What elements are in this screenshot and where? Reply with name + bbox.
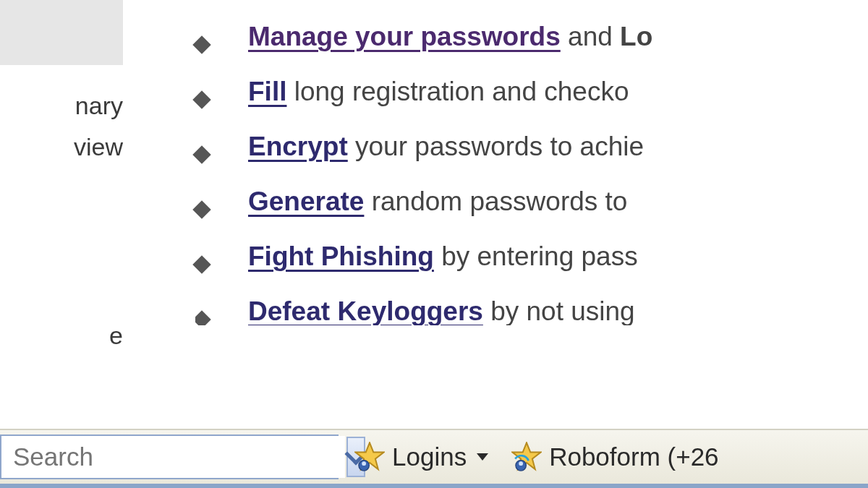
feature-text-wrap: Defeat Keyloggers by not using (248, 296, 635, 325)
main-content: Manage your passwords and Lo Fill long r… (123, 0, 868, 488)
feature-text: random passwords to (372, 187, 628, 216)
sidebar-item-label: nary (0, 87, 123, 124)
feature-text-wrap: Generate random passwords to (248, 187, 627, 217)
logins-label: Logins (392, 442, 467, 471)
search-input[interactable] (1, 436, 345, 478)
feature-item: Defeat Keyloggers by not using (195, 296, 868, 325)
svg-point-2 (362, 461, 366, 466)
svg-point-5 (519, 461, 523, 466)
feature-item: Fill long registration and checko (195, 77, 868, 107)
sidebar-item-label: view (0, 129, 123, 166)
search-combo[interactable] (0, 435, 339, 479)
feature-link-defeat-keyloggers[interactable]: Defeat Keyloggers (248, 296, 483, 325)
roboform-button[interactable]: Roboform (+26 (504, 435, 726, 479)
feature-tail: Lo (620, 22, 652, 51)
sidebar-item-label: e (109, 317, 123, 354)
sidebar: nary view e (0, 0, 123, 488)
feature-text-wrap: Manage your passwords and Lo (248, 22, 652, 52)
diamond-bullet-icon (192, 145, 210, 163)
diamond-bullet-icon (192, 200, 210, 218)
feature-list: Manage your passwords and Lo Fill long r… (195, 22, 868, 325)
sidebar-item[interactable] (0, 0, 123, 65)
dropdown-triangle-icon (477, 453, 488, 461)
feature-link-encrypt[interactable]: Encrypt (248, 132, 348, 161)
diamond-bullet-icon (192, 35, 210, 53)
diamond-bullet-icon (192, 255, 210, 273)
feature-text: and (568, 22, 620, 51)
roboform-label: Roboform (+26 (549, 442, 718, 471)
feature-link-manage-passwords[interactable]: Manage your passwords (248, 22, 561, 51)
sidebar-item[interactable]: e (0, 275, 123, 369)
feature-link-fight-phishing[interactable]: Fight Phishing (248, 241, 434, 271)
feature-text-wrap: Fight Phishing by entering pass (248, 241, 638, 272)
sidebar-item[interactable] (0, 188, 123, 275)
star-person-icon (511, 442, 542, 472)
feature-item: Encrypt your passwords to achie (195, 132, 868, 162)
feature-item: Fight Phishing by entering pass (195, 241, 868, 272)
feature-link-fill[interactable]: Fill (248, 77, 286, 106)
feature-text: long registration and checko (294, 77, 629, 106)
feature-text-wrap: Encrypt your passwords to achie (248, 132, 644, 162)
diamond-bullet-icon (192, 90, 210, 108)
feature-item: Generate random passwords to (195, 187, 868, 217)
star-person-icon (354, 442, 385, 472)
feature-text: by not using (490, 296, 635, 325)
logins-button[interactable]: Logins (347, 435, 495, 479)
diamond-bullet-icon (195, 310, 211, 325)
feature-text-wrap: Fill long registration and checko (248, 77, 629, 107)
sidebar-item[interactable]: nary view (0, 65, 123, 188)
feature-text: by entering pass (441, 241, 638, 271)
roboform-toolbar: Logins Roboform (+26 (0, 429, 868, 488)
feature-text: your passwords to achie (355, 132, 644, 161)
feature-item: Manage your passwords and Lo (195, 22, 868, 52)
feature-link-generate[interactable]: Generate (248, 187, 364, 216)
